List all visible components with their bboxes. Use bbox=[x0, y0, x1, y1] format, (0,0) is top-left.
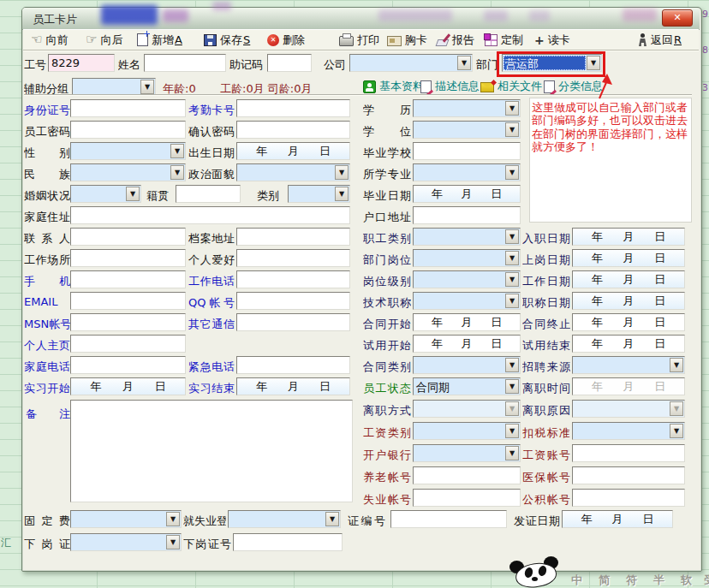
birth-date-date-field[interactable]: 年月日 bbox=[236, 142, 350, 160]
tab-basic-info[interactable]: 基本资料 bbox=[363, 79, 424, 94]
employment-registration-combo[interactable]: ▼ bbox=[228, 510, 341, 528]
title-date-date-field[interactable]: 年月日 bbox=[572, 292, 685, 310]
unemployment-account-input[interactable] bbox=[413, 489, 521, 507]
msn-account-input[interactable] bbox=[70, 313, 186, 331]
probation-start-date-field[interactable]: 年月日 bbox=[413, 335, 521, 353]
other-contact-input[interactable] bbox=[236, 313, 350, 331]
toolbar-print-button[interactable]: 打印 bbox=[339, 31, 379, 49]
date-unit: 月 bbox=[461, 187, 472, 202]
toolbar-badge-button[interactable]: 胸卡 bbox=[387, 31, 427, 49]
employee-id-input[interactable]: 8229 bbox=[48, 54, 115, 72]
toolbar-backward-button[interactable]: ☞向后 bbox=[86, 31, 122, 49]
toolbar-customize-button[interactable]: 定制 bbox=[485, 31, 523, 49]
ime-halfwidth-button[interactable]: 半 bbox=[653, 573, 664, 588]
work-phone-input[interactable] bbox=[236, 270, 350, 288]
employee-status-combo[interactable]: 合同期▼ bbox=[413, 377, 521, 395]
degree-combo[interactable]: ▼ bbox=[413, 121, 521, 139]
employee-password-input[interactable] bbox=[70, 121, 186, 139]
contact-person-input[interactable] bbox=[70, 228, 186, 246]
toolbar-delete-button[interactable]: ✕删除 bbox=[267, 31, 305, 49]
certificate-issue-date-date-field[interactable]: 年月日 bbox=[562, 510, 673, 528]
layoff-certificate-combo[interactable]: ▼ bbox=[70, 533, 182, 551]
tax-standard-combo[interactable]: ▼ bbox=[572, 422, 685, 440]
bank-combo[interactable]: ▼ bbox=[413, 444, 521, 462]
native-place-input[interactable] bbox=[176, 185, 241, 203]
ime-extra-button[interactable]: 受 bbox=[704, 573, 709, 588]
confirm-password-input[interactable] bbox=[236, 121, 350, 139]
remarks-textarea[interactable] bbox=[70, 400, 353, 502]
technical-title-combo[interactable]: ▼ bbox=[413, 292, 521, 310]
aux-group-combo[interactable]: ▼ bbox=[72, 78, 156, 96]
archive-address-input[interactable] bbox=[236, 228, 350, 246]
housing-fund-account-input[interactable] bbox=[572, 489, 685, 507]
contract-type-value bbox=[414, 358, 504, 372]
mobile-phone-input[interactable] bbox=[70, 270, 186, 288]
home-phone-input[interactable] bbox=[70, 356, 186, 374]
name-input[interactable] bbox=[144, 54, 226, 72]
gender-value bbox=[72, 144, 170, 158]
attendance-card-number-input[interactable] bbox=[236, 99, 350, 117]
close-button[interactable]: ✕ bbox=[662, 9, 693, 27]
work-date-date-field[interactable]: 年月日 bbox=[572, 270, 685, 288]
pension-account-input[interactable] bbox=[413, 466, 521, 484]
id-card-number-input[interactable] bbox=[70, 99, 186, 117]
major-combo[interactable]: ▼ bbox=[413, 163, 521, 181]
medical-insurance-account-input[interactable] bbox=[572, 466, 685, 484]
salary-account-input[interactable] bbox=[572, 444, 685, 462]
panda-ime-icon[interactable] bbox=[508, 556, 571, 587]
contract-end-date-field[interactable]: 年月日 bbox=[572, 313, 685, 331]
post-start-date-date-field[interactable]: 年月日 bbox=[572, 249, 685, 267]
category-value bbox=[289, 187, 334, 201]
home-address-input[interactable] bbox=[70, 206, 350, 224]
toolbar-forward-button[interactable]: ☜向前 bbox=[31, 31, 68, 49]
hire-date-date-field[interactable]: 年月日 bbox=[572, 228, 685, 246]
category-combo[interactable]: ▼ bbox=[288, 185, 350, 203]
ime-simplified-button[interactable]: 简 bbox=[599, 573, 610, 588]
toolbar-save-button[interactable]: 保存S bbox=[204, 31, 250, 49]
date-unit: 月 bbox=[623, 315, 634, 330]
household-address-input[interactable] bbox=[413, 206, 521, 224]
toolbar-return-button[interactable]: 返回R bbox=[637, 31, 682, 49]
forward-hand-icon: ☞ bbox=[86, 33, 97, 46]
contract-type-combo[interactable]: ▼ bbox=[413, 356, 521, 374]
gender-combo[interactable]: ▼ bbox=[70, 142, 186, 160]
employee-category-combo[interactable]: ▼ bbox=[413, 228, 521, 246]
department-post-combo[interactable]: ▼ bbox=[413, 249, 521, 267]
emergency-phone-input[interactable] bbox=[236, 356, 350, 374]
date-unit: 月 bbox=[461, 336, 472, 352]
ime-softkeyboard-button[interactable]: 软 bbox=[681, 573, 692, 588]
graduation-school-input[interactable] bbox=[413, 142, 521, 160]
political-status-combo[interactable]: ▼ bbox=[236, 163, 350, 181]
date-unit: 日 bbox=[491, 336, 502, 352]
certificate-number-input[interactable] bbox=[390, 510, 507, 528]
internship-end-date-field[interactable]: 年月日 bbox=[236, 377, 350, 395]
fixed-fee-combo[interactable]: ▼ bbox=[70, 510, 182, 528]
salary-category-combo[interactable]: ▼ bbox=[413, 422, 521, 440]
ethnicity-combo[interactable]: ▼ bbox=[70, 163, 186, 181]
work-place-input[interactable] bbox=[70, 249, 186, 267]
tab-related-files[interactable]: 相关文件 bbox=[480, 79, 542, 94]
toolbar-report-button[interactable]: 报告 bbox=[437, 31, 474, 49]
layoff-certificate-number-input[interactable] bbox=[233, 533, 343, 551]
personal-hobby-input[interactable] bbox=[236, 249, 350, 267]
resignation-date-date-field: 年月日 bbox=[572, 377, 685, 395]
mnemonic-label: 助记码 bbox=[229, 57, 265, 72]
post-level-combo[interactable]: ▼ bbox=[413, 270, 521, 288]
toolbar-readcard-button[interactable]: +读卡 bbox=[534, 31, 570, 49]
ime-punctuation-button[interactable]: 符 bbox=[626, 573, 637, 588]
company-combo[interactable]: ▼ bbox=[349, 54, 473, 72]
recruitment-source-combo[interactable]: ▼ bbox=[572, 356, 685, 374]
ime-mode-button[interactable]: 中 bbox=[571, 573, 582, 588]
internship-start-date-field[interactable]: 年月日 bbox=[70, 377, 186, 395]
contract-start-date-field[interactable]: 年月日 bbox=[413, 313, 521, 331]
graduation-date-date-field[interactable]: 年月日 bbox=[413, 185, 521, 203]
personal-homepage-input[interactable] bbox=[70, 335, 186, 353]
email-input[interactable] bbox=[70, 292, 186, 310]
mnemonic-input[interactable] bbox=[267, 54, 312, 72]
marital-status-combo[interactable]: ▼ bbox=[70, 185, 141, 203]
toolbar-new-button[interactable]: 新增A bbox=[137, 31, 182, 49]
tab-description[interactable]: 描述信息 bbox=[420, 79, 480, 94]
qq-account-input[interactable] bbox=[236, 292, 350, 310]
probation-end-date-field[interactable]: 年月日 bbox=[572, 335, 685, 353]
education-combo[interactable]: ▼ bbox=[413, 99, 521, 117]
